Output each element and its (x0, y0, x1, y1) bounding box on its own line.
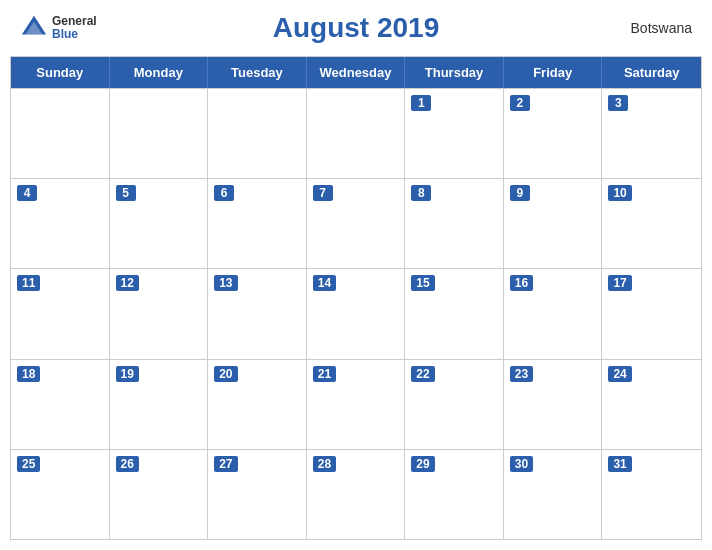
header-monday: Monday (110, 57, 209, 88)
day-cell-4-6: 31 (602, 450, 701, 539)
day-number: 12 (116, 275, 139, 291)
day-number: 20 (214, 366, 237, 382)
day-number: 10 (608, 185, 631, 201)
day-number: 23 (510, 366, 533, 382)
header-saturday: Saturday (602, 57, 701, 88)
day-cell-0-1 (110, 89, 209, 178)
week-row-5: 25262728293031 (11, 449, 701, 539)
day-cell-2-1: 12 (110, 269, 209, 358)
day-number: 1 (411, 95, 431, 111)
day-number: 7 (313, 185, 333, 201)
page-header: General Blue August 2019 Botswana (0, 0, 712, 56)
day-cell-2-3: 14 (307, 269, 406, 358)
day-number: 13 (214, 275, 237, 291)
day-cell-0-2 (208, 89, 307, 178)
day-number: 5 (116, 185, 136, 201)
day-cell-3-6: 24 (602, 360, 701, 449)
day-cell-2-5: 16 (504, 269, 603, 358)
day-cell-3-2: 20 (208, 360, 307, 449)
day-cell-4-0: 25 (11, 450, 110, 539)
day-number: 21 (313, 366, 336, 382)
day-cell-1-3: 7 (307, 179, 406, 268)
day-cell-2-6: 17 (602, 269, 701, 358)
logo-blue-text: Blue (52, 28, 97, 41)
day-cell-4-2: 27 (208, 450, 307, 539)
day-cell-1-1: 5 (110, 179, 209, 268)
day-number: 31 (608, 456, 631, 472)
day-cell-4-1: 26 (110, 450, 209, 539)
day-number: 11 (17, 275, 40, 291)
day-number: 29 (411, 456, 434, 472)
day-cell-0-5: 2 (504, 89, 603, 178)
week-row-2: 45678910 (11, 178, 701, 268)
day-number: 16 (510, 275, 533, 291)
week-row-3: 11121314151617 (11, 268, 701, 358)
header-friday: Friday (504, 57, 603, 88)
logo-text: General Blue (52, 15, 97, 41)
header-wednesday: Wednesday (307, 57, 406, 88)
day-number: 14 (313, 275, 336, 291)
day-number: 2 (510, 95, 530, 111)
day-number: 3 (608, 95, 628, 111)
day-cell-3-5: 23 (504, 360, 603, 449)
day-cell-0-6: 3 (602, 89, 701, 178)
day-cell-3-3: 21 (307, 360, 406, 449)
week-row-1: 123 (11, 88, 701, 178)
day-cell-4-3: 28 (307, 450, 406, 539)
day-cell-2-0: 11 (11, 269, 110, 358)
day-cell-3-4: 22 (405, 360, 504, 449)
header-sunday: Sunday (11, 57, 110, 88)
day-number: 9 (510, 185, 530, 201)
day-cell-4-5: 30 (504, 450, 603, 539)
day-number: 24 (608, 366, 631, 382)
day-number: 15 (411, 275, 434, 291)
day-number: 6 (214, 185, 234, 201)
calendar: Sunday Monday Tuesday Wednesday Thursday… (10, 56, 702, 540)
day-number: 8 (411, 185, 431, 201)
page-title: August 2019 (273, 12, 440, 44)
day-number: 30 (510, 456, 533, 472)
day-number: 28 (313, 456, 336, 472)
day-cell-2-4: 15 (405, 269, 504, 358)
day-number: 4 (17, 185, 37, 201)
day-cell-1-4: 8 (405, 179, 504, 268)
day-cell-0-4: 1 (405, 89, 504, 178)
calendar-weeks: 1234567891011121314151617181920212223242… (11, 88, 701, 539)
day-number: 19 (116, 366, 139, 382)
week-row-4: 18192021222324 (11, 359, 701, 449)
day-cell-1-6: 10 (602, 179, 701, 268)
day-number: 27 (214, 456, 237, 472)
day-number: 17 (608, 275, 631, 291)
day-cell-1-0: 4 (11, 179, 110, 268)
day-cell-3-0: 18 (11, 360, 110, 449)
day-number: 18 (17, 366, 40, 382)
day-cell-4-4: 29 (405, 450, 504, 539)
header-thursday: Thursday (405, 57, 504, 88)
header-tuesday: Tuesday (208, 57, 307, 88)
day-cell-0-0 (11, 89, 110, 178)
day-cell-2-2: 13 (208, 269, 307, 358)
day-number: 25 (17, 456, 40, 472)
logo-icon (20, 14, 48, 42)
day-cell-3-1: 19 (110, 360, 209, 449)
day-cell-1-2: 6 (208, 179, 307, 268)
day-number: 26 (116, 456, 139, 472)
logo: General Blue (20, 14, 97, 42)
country-label: Botswana (631, 20, 692, 36)
day-number: 22 (411, 366, 434, 382)
day-headers-row: Sunday Monday Tuesday Wednesday Thursday… (11, 57, 701, 88)
day-cell-0-3 (307, 89, 406, 178)
day-cell-1-5: 9 (504, 179, 603, 268)
